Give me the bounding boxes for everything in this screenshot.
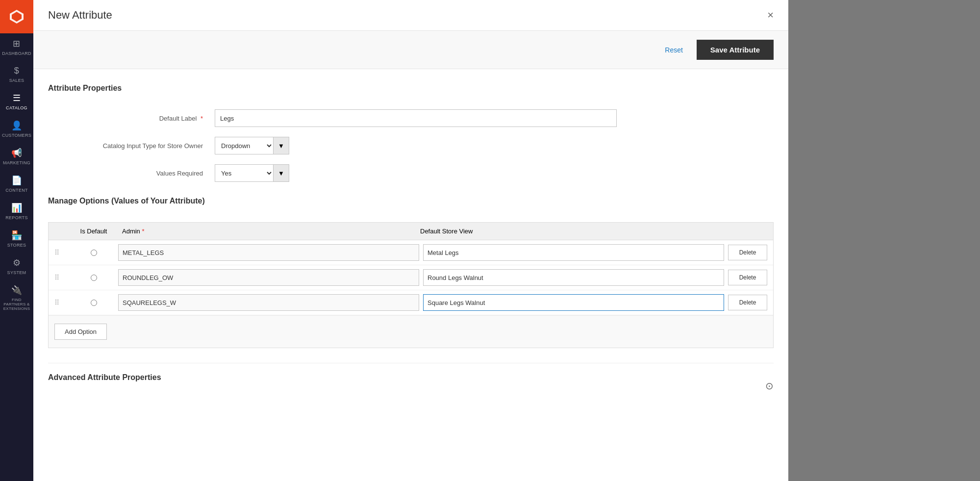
store-view-input-3[interactable] <box>423 294 724 311</box>
catalog-icon: ☰ <box>13 93 21 103</box>
stores-icon: 🏪 <box>11 230 22 241</box>
modal-body: Attribute Properties Default Label * Cat… <box>33 69 788 481</box>
collapse-icon[interactable]: ⊙ <box>765 380 774 392</box>
sidebar-item-partners[interactable]: 🔌 FIND PARTNERS & EXTENSIONS <box>0 280 33 316</box>
admin-input-3[interactable] <box>118 294 419 311</box>
radio-col-1 <box>69 250 118 256</box>
table-row: ⠿ Delete <box>49 240 773 265</box>
is-default-radio-1[interactable] <box>91 250 97 256</box>
toolbar: Reset Save Attribute <box>33 31 788 69</box>
sidebar-item-label: REPORTS <box>5 215 27 220</box>
catalog-input-type-row: Catalog Input Type for Store Owner Dropd… <box>48 137 774 154</box>
sidebar-item-label: MARKETING <box>3 160 30 165</box>
sidebar-item-label: STORES <box>7 243 26 248</box>
sidebar-item-reports[interactable]: 📊 REPORTS <box>0 198 33 225</box>
manage-options-section: Manage Options (Values of Your Attribute… <box>48 197 774 348</box>
partners-icon: 🔌 <box>11 285 22 296</box>
radio-col-2 <box>69 275 118 281</box>
catalog-input-type-select[interactable]: Dropdown Text Field Text Area Date Yes/N… <box>215 137 274 154</box>
sidebar-item-customers[interactable]: 👤 CUSTOMERS <box>0 115 33 143</box>
header-admin: Admin * <box>118 228 420 235</box>
drag-handle-3[interactable]: ⠿ <box>54 299 69 306</box>
table-row: ⠿ Delete <box>49 265 773 290</box>
default-label-row: Default Label * <box>48 109 774 127</box>
reset-button[interactable]: Reset <box>657 42 691 58</box>
modal-header: New Attribute × <box>33 0 788 31</box>
options-table: Is Default Admin * Default Store View ⠿ <box>48 222 774 348</box>
values-required-row: Values Required Yes No ▼ <box>48 164 774 182</box>
advanced-section-title: Advanced Attribute Properties <box>48 373 161 387</box>
delete-button-1[interactable]: Delete <box>728 245 767 260</box>
new-attribute-modal: New Attribute × Reset Save Attribute Att… <box>33 0 788 481</box>
sidebar-item-dashboard[interactable]: ⊞ DASHBOARD <box>0 33 33 61</box>
admin-input-1[interactable] <box>118 244 419 261</box>
marketing-icon: 📢 <box>11 148 22 158</box>
values-required-label: Values Required <box>48 170 215 177</box>
add-option-button[interactable]: Add Option <box>54 324 107 340</box>
add-option-area: Add Option <box>49 315 773 348</box>
is-default-radio-2[interactable] <box>91 275 97 281</box>
default-label-input[interactable] <box>215 109 617 127</box>
header-store-view: Default Store View <box>420 228 718 235</box>
table-row: ⠿ Delete <box>49 290 773 315</box>
store-view-input-1[interactable] <box>423 244 724 261</box>
sidebar-item-label: CATALOG <box>6 105 27 110</box>
values-required-select-wrapper: Yes No ▼ <box>215 164 289 182</box>
catalog-input-type-label: Catalog Input Type for Store Owner <box>48 142 215 150</box>
header-is-default: Is Default <box>69 228 118 235</box>
catalog-input-type-select-wrapper: Dropdown Text Field Text Area Date Yes/N… <box>215 137 289 154</box>
sidebar-item-marketing[interactable]: 📢 MARKETING <box>0 143 33 170</box>
advanced-section: Advanced Attribute Properties ⊙ <box>48 363 774 399</box>
store-view-input-2[interactable] <box>423 269 724 286</box>
delete-button-2[interactable]: Delete <box>728 270 767 285</box>
sidebar-item-system[interactable]: ⚙ SYSTEM <box>0 253 33 280</box>
radio-col-3 <box>69 300 118 306</box>
admin-input-2[interactable] <box>118 269 419 286</box>
modal-close-button[interactable]: × <box>767 10 774 21</box>
sidebar-item-label: FIND PARTNERS & EXTENSIONS <box>2 298 31 311</box>
reports-icon: 📊 <box>11 203 22 213</box>
sidebar-item-sales[interactable]: $ SALES <box>0 61 33 88</box>
catalog-input-type-dropdown-btn[interactable]: ▼ <box>274 137 289 154</box>
default-label-label: Default Label * <box>48 115 215 122</box>
sidebar-item-label: CONTENT <box>5 188 28 193</box>
values-required-select[interactable]: Yes No <box>215 164 274 182</box>
system-icon: ⚙ <box>13 257 21 268</box>
sidebar-item-catalog[interactable]: ☰ CATALOG <box>0 88 33 115</box>
sidebar-logo[interactable] <box>0 0 33 33</box>
sidebar-item-label: CUSTOMERS <box>2 133 31 138</box>
drag-handle-1[interactable]: ⠿ <box>54 249 69 256</box>
sidebar-item-stores[interactable]: 🏪 STORES <box>0 225 33 253</box>
advanced-title-row[interactable]: Advanced Attribute Properties ⊙ <box>48 373 774 399</box>
content-icon: 📄 <box>11 175 22 186</box>
manage-options-title: Manage Options (Values of Your Attribute… <box>48 197 774 210</box>
modal-overlay: New Attribute × Reset Save Attribute Att… <box>33 0 980 481</box>
sales-icon: $ <box>14 66 19 76</box>
sidebar-item-content[interactable]: 📄 CONTENT <box>0 170 33 198</box>
sidebar: ⊞ DASHBOARD $ SALES ☰ CATALOG 👤 CUSTOMER… <box>0 0 33 481</box>
customers-icon: 👤 <box>11 120 22 131</box>
delete-button-3[interactable]: Delete <box>728 295 767 310</box>
save-attribute-button[interactable]: Save Attribute <box>697 40 774 60</box>
attribute-properties-title: Attribute Properties <box>48 84 774 98</box>
sidebar-item-label: SYSTEM <box>7 270 26 275</box>
is-default-radio-3[interactable] <box>91 300 97 306</box>
values-required-dropdown-btn[interactable]: ▼ <box>274 164 289 182</box>
options-table-header: Is Default Admin * Default Store View <box>49 223 773 240</box>
sidebar-item-label: SALES <box>9 78 25 83</box>
drag-handle-2[interactable]: ⠿ <box>54 274 69 281</box>
modal-title: New Attribute <box>48 9 112 22</box>
sidebar-item-label: DASHBOARD <box>2 51 31 56</box>
dashboard-icon: ⊞ <box>13 38 20 49</box>
